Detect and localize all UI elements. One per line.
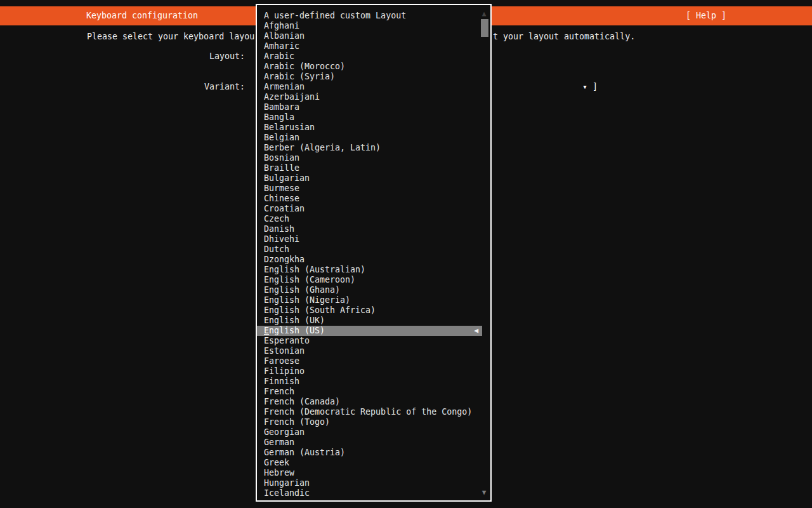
chevron-down-icon: ▾ ] [582, 82, 598, 91]
layout-option[interactable]: English (Cameroon) [257, 275, 482, 285]
help-button[interactable]: [ Help ] [686, 6, 726, 25]
layout-option[interactable]: Arabic (Syria) [257, 72, 482, 82]
layout-dropdown-popup: A user-defined custom LayoutAfghaniAlban… [256, 4, 492, 502]
layout-option[interactable]: German [257, 438, 482, 448]
layout-option[interactable]: Danish [257, 224, 482, 234]
layout-option[interactable]: Icelandic [257, 488, 482, 498]
layout-option[interactable]: Hungarian [257, 478, 482, 488]
variant-select[interactable]: ▾ ] [582, 82, 598, 92]
layout-option[interactable]: Bambara [257, 102, 482, 112]
scroll-down-icon[interactable]: ▼ [480, 489, 488, 497]
layout-option[interactable]: Filipino [257, 366, 482, 377]
layout-option[interactable]: Bosnian [257, 153, 482, 163]
layout-option[interactable]: Dutch [257, 244, 482, 255]
variant-field-label: Variant: [204, 82, 245, 92]
layout-option[interactable]: Dzongkha [257, 255, 482, 265]
layout-option[interactable]: Afghani [257, 21, 482, 31]
layout-option[interactable]: French (Togo) [257, 417, 482, 427]
layout-option[interactable]: Esperanto [257, 336, 482, 346]
layout-option[interactable]: Faroese [257, 356, 482, 366]
layout-option[interactable]: Dhivehi [257, 234, 482, 244]
layout-option[interactable]: Azerbaijani [257, 92, 482, 102]
layout-option[interactable]: German (Austria) [257, 448, 482, 458]
layout-field-label: Layout: [209, 51, 245, 62]
layout-option[interactable]: Hebrew [257, 468, 482, 478]
scrollbar-thumb[interactable] [481, 19, 488, 37]
layout-option[interactable]: Belgian [257, 133, 482, 143]
layout-option[interactable]: Czech [257, 214, 482, 224]
layout-option[interactable]: French (Democratic Republic of the Congo… [257, 407, 482, 417]
layout-option[interactable]: French (Canada) [257, 397, 482, 407]
layout-option[interactable]: English (Nigeria) [257, 295, 482, 305]
layout-option[interactable]: English (Australian) [257, 265, 482, 275]
layout-option[interactable]: Armenian [257, 82, 482, 92]
page-title: Keyboard configuration [86, 6, 198, 25]
layout-option[interactable]: English (UK) [257, 316, 482, 326]
layout-option[interactable]: A user-defined custom Layout [257, 11, 482, 21]
layout-option[interactable]: Berber (Algeria, Latin) [257, 143, 482, 153]
intro-text-left-fragment: Please select your keyboard layou [87, 32, 254, 42]
scroll-up-icon[interactable]: ▲ [480, 10, 488, 18]
layout-option[interactable]: Arabic (Morocco) [257, 62, 482, 72]
layout-option[interactable]: Finnish [257, 377, 482, 387]
layout-option[interactable]: Chinese [257, 194, 482, 204]
layout-option[interactable]: Bulgarian [257, 173, 482, 184]
layout-option[interactable]: Estonian [257, 346, 482, 356]
layout-option-list: A user-defined custom LayoutAfghaniAlban… [257, 11, 490, 498]
layout-option[interactable]: English (US)◀ [257, 326, 482, 336]
selected-item-arrow-icon: ◀ [474, 326, 478, 336]
layout-option[interactable]: Belarusian [257, 123, 482, 133]
layout-option[interactable]: Albanian [257, 31, 482, 41]
layout-option[interactable]: English (South Africa) [257, 305, 482, 316]
layout-option[interactable]: Greek [257, 458, 482, 468]
layout-option[interactable]: Arabic [257, 51, 482, 62]
layout-option[interactable]: Amharic [257, 41, 482, 51]
layout-option[interactable]: Georgian [257, 427, 482, 438]
layout-option[interactable]: French [257, 387, 482, 397]
layout-option[interactable]: English (Ghana) [257, 285, 482, 295]
layout-option[interactable]: Braille [257, 163, 482, 173]
layout-option[interactable]: Burmese [257, 184, 482, 194]
layout-option[interactable]: Bangla [257, 112, 482, 123]
intro-text-right-fragment: t your layout automatically. [493, 32, 635, 42]
layout-option[interactable]: Croatian [257, 204, 482, 214]
